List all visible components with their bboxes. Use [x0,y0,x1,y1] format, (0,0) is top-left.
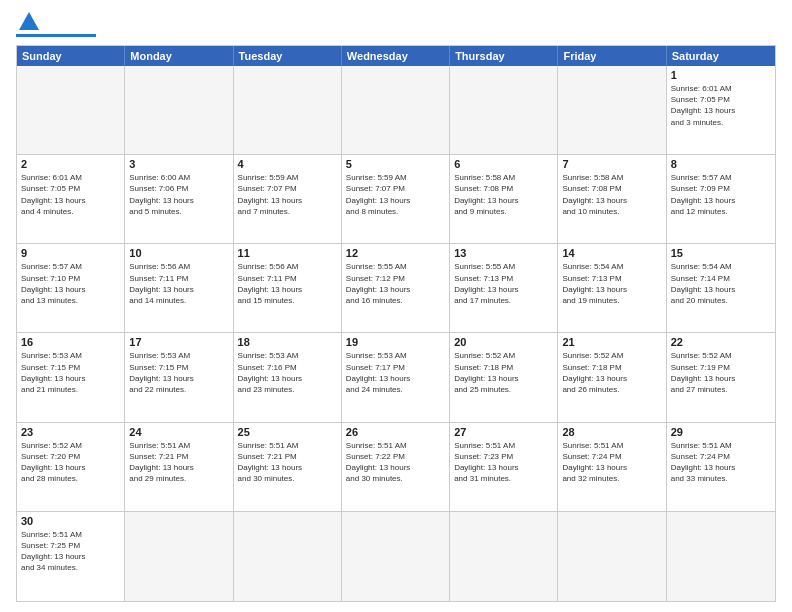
day-number: 26 [346,426,445,438]
day-number: 28 [562,426,661,438]
day-number: 7 [562,158,661,170]
header-day-wednesday: Wednesday [342,46,450,66]
day-number: 14 [562,247,661,259]
calendar-cell [234,66,342,154]
calendar-cell [17,66,125,154]
day-info: Sunrise: 6:00 AMSunset: 7:06 PMDaylight:… [129,172,228,217]
day-info: Sunrise: 5:58 AMSunset: 7:08 PMDaylight:… [454,172,553,217]
day-info: Sunrise: 5:54 AMSunset: 7:14 PMDaylight:… [671,261,771,306]
calendar-cell: 30Sunrise: 5:51 AMSunset: 7:25 PMDayligh… [17,512,125,601]
calendar-header: SundayMondayTuesdayWednesdayThursdayFrid… [17,46,775,66]
calendar-cell: 17Sunrise: 5:53 AMSunset: 7:15 PMDayligh… [125,333,233,421]
header-day-tuesday: Tuesday [234,46,342,66]
day-number: 25 [238,426,337,438]
day-info: Sunrise: 5:51 AMSunset: 7:25 PMDaylight:… [21,529,120,574]
calendar-cell: 7Sunrise: 5:58 AMSunset: 7:08 PMDaylight… [558,155,666,243]
day-number: 9 [21,247,120,259]
calendar-cell [125,66,233,154]
day-number: 4 [238,158,337,170]
day-info: Sunrise: 5:51 AMSunset: 7:24 PMDaylight:… [671,440,771,485]
calendar-cell [450,512,558,601]
day-number: 18 [238,336,337,348]
calendar-cell: 28Sunrise: 5:51 AMSunset: 7:24 PMDayligh… [558,423,666,511]
calendar-cell: 3Sunrise: 6:00 AMSunset: 7:06 PMDaylight… [125,155,233,243]
day-number: 15 [671,247,771,259]
day-info: Sunrise: 5:51 AMSunset: 7:21 PMDaylight:… [238,440,337,485]
day-info: Sunrise: 5:55 AMSunset: 7:12 PMDaylight:… [346,261,445,306]
day-info: Sunrise: 5:53 AMSunset: 7:15 PMDaylight:… [21,350,120,395]
calendar-cell: 20Sunrise: 5:52 AMSunset: 7:18 PMDayligh… [450,333,558,421]
calendar-cell: 14Sunrise: 5:54 AMSunset: 7:13 PMDayligh… [558,244,666,332]
day-info: Sunrise: 5:58 AMSunset: 7:08 PMDaylight:… [562,172,661,217]
calendar-cell: 23Sunrise: 5:52 AMSunset: 7:20 PMDayligh… [17,423,125,511]
calendar-row-5: 23Sunrise: 5:52 AMSunset: 7:20 PMDayligh… [17,423,775,512]
day-info: Sunrise: 5:56 AMSunset: 7:11 PMDaylight:… [129,261,228,306]
calendar-cell: 25Sunrise: 5:51 AMSunset: 7:21 PMDayligh… [234,423,342,511]
calendar-row-1: 1Sunrise: 6:01 AMSunset: 7:05 PMDaylight… [17,66,775,155]
calendar-cell: 9Sunrise: 5:57 AMSunset: 7:10 PMDaylight… [17,244,125,332]
day-info: Sunrise: 5:59 AMSunset: 7:07 PMDaylight:… [238,172,337,217]
calendar-row-3: 9Sunrise: 5:57 AMSunset: 7:10 PMDaylight… [17,244,775,333]
calendar-cell [342,66,450,154]
day-number: 6 [454,158,553,170]
calendar-cell [234,512,342,601]
calendar-cell: 21Sunrise: 5:52 AMSunset: 7:18 PMDayligh… [558,333,666,421]
calendar-cell [558,66,666,154]
day-number: 13 [454,247,553,259]
calendar-cell: 18Sunrise: 5:53 AMSunset: 7:16 PMDayligh… [234,333,342,421]
calendar-cell: 4Sunrise: 5:59 AMSunset: 7:07 PMDaylight… [234,155,342,243]
day-number: 10 [129,247,228,259]
day-info: Sunrise: 5:52 AMSunset: 7:18 PMDaylight:… [562,350,661,395]
header-day-thursday: Thursday [450,46,558,66]
day-number: 5 [346,158,445,170]
day-info: Sunrise: 5:51 AMSunset: 7:24 PMDaylight:… [562,440,661,485]
day-info: Sunrise: 5:52 AMSunset: 7:20 PMDaylight:… [21,440,120,485]
day-info: Sunrise: 5:57 AMSunset: 7:09 PMDaylight:… [671,172,771,217]
calendar-cell: 29Sunrise: 5:51 AMSunset: 7:24 PMDayligh… [667,423,775,511]
calendar-cell: 1Sunrise: 6:01 AMSunset: 7:05 PMDaylight… [667,66,775,154]
day-number: 29 [671,426,771,438]
calendar: SundayMondayTuesdayWednesdayThursdayFrid… [16,45,776,602]
calendar-cell: 19Sunrise: 5:53 AMSunset: 7:17 PMDayligh… [342,333,450,421]
day-info: Sunrise: 5:51 AMSunset: 7:22 PMDaylight:… [346,440,445,485]
day-info: Sunrise: 5:54 AMSunset: 7:13 PMDaylight:… [562,261,661,306]
calendar-cell: 16Sunrise: 5:53 AMSunset: 7:15 PMDayligh… [17,333,125,421]
day-number: 2 [21,158,120,170]
day-number: 12 [346,247,445,259]
page: SundayMondayTuesdayWednesdayThursdayFrid… [0,0,792,612]
calendar-cell: 26Sunrise: 5:51 AMSunset: 7:22 PMDayligh… [342,423,450,511]
day-number: 24 [129,426,228,438]
calendar-cell: 5Sunrise: 5:59 AMSunset: 7:07 PMDaylight… [342,155,450,243]
calendar-cell: 6Sunrise: 5:58 AMSunset: 7:08 PMDaylight… [450,155,558,243]
day-number: 16 [21,336,120,348]
day-number: 21 [562,336,661,348]
day-number: 22 [671,336,771,348]
day-info: Sunrise: 5:59 AMSunset: 7:07 PMDaylight:… [346,172,445,217]
calendar-cell: 10Sunrise: 5:56 AMSunset: 7:11 PMDayligh… [125,244,233,332]
calendar-cell: 2Sunrise: 6:01 AMSunset: 7:05 PMDaylight… [17,155,125,243]
header-day-friday: Friday [558,46,666,66]
day-number: 27 [454,426,553,438]
day-info: Sunrise: 5:56 AMSunset: 7:11 PMDaylight:… [238,261,337,306]
day-info: Sunrise: 6:01 AMSunset: 7:05 PMDaylight:… [21,172,120,217]
day-number: 23 [21,426,120,438]
day-info: Sunrise: 5:52 AMSunset: 7:19 PMDaylight:… [671,350,771,395]
day-number: 20 [454,336,553,348]
calendar-cell: 11Sunrise: 5:56 AMSunset: 7:11 PMDayligh… [234,244,342,332]
day-info: Sunrise: 5:57 AMSunset: 7:10 PMDaylight:… [21,261,120,306]
day-number: 19 [346,336,445,348]
day-info: Sunrise: 5:51 AMSunset: 7:23 PMDaylight:… [454,440,553,485]
calendar-cell [125,512,233,601]
calendar-cell [342,512,450,601]
calendar-cell: 15Sunrise: 5:54 AMSunset: 7:14 PMDayligh… [667,244,775,332]
day-info: Sunrise: 5:53 AMSunset: 7:16 PMDaylight:… [238,350,337,395]
day-info: Sunrise: 5:53 AMSunset: 7:17 PMDaylight:… [346,350,445,395]
day-info: Sunrise: 5:53 AMSunset: 7:15 PMDaylight:… [129,350,228,395]
logo [16,12,96,37]
day-number: 1 [671,69,771,81]
logo-line [16,34,96,37]
day-info: Sunrise: 5:51 AMSunset: 7:21 PMDaylight:… [129,440,228,485]
calendar-cell: 27Sunrise: 5:51 AMSunset: 7:23 PMDayligh… [450,423,558,511]
calendar-cell [558,512,666,601]
day-info: Sunrise: 5:55 AMSunset: 7:13 PMDaylight:… [454,261,553,306]
